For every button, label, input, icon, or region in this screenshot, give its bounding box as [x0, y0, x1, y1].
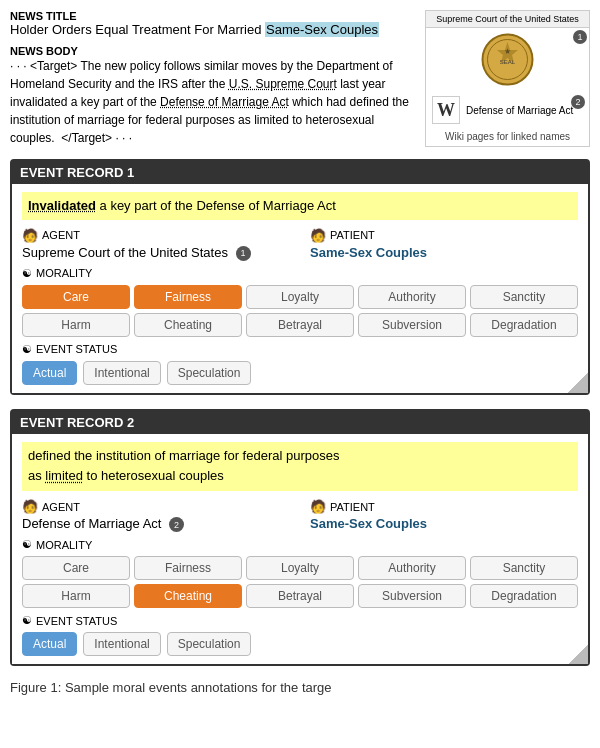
- status-speculation-2[interactable]: Speculation: [167, 632, 252, 656]
- news-supreme-court: U.S. Supreme Court: [229, 77, 337, 91]
- status-intentional-2[interactable]: Intentional: [83, 632, 160, 656]
- agent-patient-row-1: 🧑 AGENT Supreme Court of the United Stat…: [22, 228, 578, 261]
- status-speculation-1[interactable]: Speculation: [167, 361, 252, 385]
- morality-degradation-2[interactable]: Degradation: [470, 584, 578, 608]
- morality-subversion-1[interactable]: Subversion: [358, 313, 466, 337]
- supreme-court-label: Supreme Court of the United States: [436, 14, 579, 24]
- supreme-court-seal-area: 1 ★ SEAL: [426, 28, 589, 93]
- agent-patient-row-2: 🧑 AGENT Defense of Marriage Act 2 🧑 PATI…: [22, 499, 578, 532]
- event-record-1-header: EVENT RECORD 1: [12, 161, 588, 184]
- morality-degradation-1[interactable]: Degradation: [470, 313, 578, 337]
- morality-harm-2[interactable]: Harm: [22, 584, 130, 608]
- agent-icon-2: 🧑: [22, 499, 38, 514]
- status-actual-2[interactable]: Actual: [22, 632, 77, 656]
- morality-label-1: ☯ MORALITY: [22, 267, 578, 280]
- news-title-label: NEWS TITLE: [10, 10, 415, 22]
- event-2-sentence-line1: defined the institution of marriage for …: [28, 448, 339, 463]
- morality-icon-1: ☯: [22, 267, 32, 280]
- morality-label-2: ☯ MORALITY: [22, 538, 578, 551]
- morality-sanctity-2[interactable]: Sanctity: [470, 556, 578, 580]
- fold-corner-1: [568, 373, 588, 393]
- event-record-2-header: EVENT RECORD 2: [12, 411, 588, 434]
- morality-sanctity-1[interactable]: Sanctity: [470, 285, 578, 309]
- event-2-sentence-after: to heterosexual couples: [83, 468, 224, 483]
- agent-section-1: 🧑 AGENT Supreme Court of the United Stat…: [22, 228, 290, 261]
- event-record-2-body: defined the institution of marriage for …: [12, 434, 588, 665]
- morality-cheating-1[interactable]: Cheating: [134, 313, 242, 337]
- wiki-footer: Wiki pages for linked names: [426, 127, 589, 146]
- patient-section-2: 🧑 PATIENT Same-Sex Couples: [310, 499, 578, 532]
- agent-value-2: Defense of Marriage Act 2: [22, 516, 290, 532]
- status-intentional-1[interactable]: Intentional: [83, 361, 160, 385]
- morality-betrayal-2[interactable]: Betrayal: [246, 584, 354, 608]
- fold-corner-2: [568, 644, 588, 664]
- patient-section-1: 🧑 PATIENT Same-Sex Couples: [310, 228, 578, 261]
- patient-label-2: 🧑 PATIENT: [310, 499, 578, 514]
- event-record-1-body: Invalidated a key part of the Defense of…: [12, 184, 588, 393]
- news-body: · · · <Target> The new policy follows si…: [10, 57, 415, 147]
- morality-loyalty-2[interactable]: Loyalty: [246, 556, 354, 580]
- wiki-badge-1: 1: [573, 30, 587, 44]
- news-section: NEWS TITLE Holder Orders Equal Treatment…: [10, 10, 590, 147]
- agent-label-2: 🧑 AGENT: [22, 499, 290, 514]
- defense-act-row: W Defense of Marriage Act 2: [426, 93, 589, 127]
- patient-icon-2: 🧑: [310, 499, 326, 514]
- figure-caption: Figure 1: Sample moral events annotation…: [10, 680, 590, 695]
- status-row-1[interactable]: Actual Intentional Speculation: [22, 361, 578, 385]
- agent-badge-1: 1: [236, 246, 251, 261]
- event-status-label-2: ☯ EVENT STATUS: [22, 614, 578, 627]
- supreme-court-seal-icon: ★ SEAL: [480, 32, 535, 87]
- morality-grid-1-row1[interactable]: Care Fairness Loyalty Authority Sanctity: [22, 285, 578, 309]
- status-icon-1: ☯: [22, 343, 32, 356]
- event-record-1-sentence: Invalidated a key part of the Defense of…: [22, 192, 578, 220]
- status-row-2[interactable]: Actual Intentional Speculation: [22, 632, 578, 656]
- news-title-before: Holder Orders Equal Treatment For Marrie…: [10, 22, 265, 37]
- agent-value-1: Supreme Court of the United States 1: [22, 245, 290, 261]
- patient-value-2: Same-Sex Couples: [310, 516, 578, 531]
- morality-harm-1[interactable]: Harm: [22, 313, 130, 337]
- morality-grid-2-row2[interactable]: Harm Cheating Betrayal Subversion Degrad…: [22, 584, 578, 608]
- wiki-logo: W: [432, 96, 460, 124]
- morality-grid-2-row1[interactable]: Care Fairness Loyalty Authority Sanctity: [22, 556, 578, 580]
- morality-fairness-1[interactable]: Fairness: [134, 285, 242, 309]
- wiki-badge-2: 2: [571, 95, 585, 109]
- patient-label-1: 🧑 PATIENT: [310, 228, 578, 243]
- morality-icon-2: ☯: [22, 538, 32, 551]
- news-title-highlight: Same-Sex Couples: [265, 22, 379, 37]
- event-2-sentence-before: as: [28, 468, 45, 483]
- morality-subversion-2[interactable]: Subversion: [358, 584, 466, 608]
- morality-authority-1[interactable]: Authority: [358, 285, 466, 309]
- event-record-2-sentence: defined the institution of marriage for …: [22, 442, 578, 492]
- supreme-court-header: Supreme Court of the United States: [426, 11, 589, 28]
- defense-act-label: Defense of Marriage Act: [466, 105, 573, 116]
- morality-cheating-2[interactable]: Cheating: [134, 584, 242, 608]
- event-record-1: EVENT RECORD 1 Invalidated a key part of…: [10, 159, 590, 395]
- morality-care-1[interactable]: Care: [22, 285, 130, 309]
- patient-icon-1: 🧑: [310, 228, 326, 243]
- event-2-sentence-underlined: limited: [45, 468, 83, 483]
- morality-fairness-2[interactable]: Fairness: [134, 556, 242, 580]
- morality-loyalty-1[interactable]: Loyalty: [246, 285, 354, 309]
- news-body-label: NEWS BODY: [10, 45, 415, 57]
- patient-value-1: Same-Sex Couples: [310, 245, 578, 260]
- agent-icon-1: 🧑: [22, 228, 38, 243]
- wiki-panel: Supreme Court of the United States 1 ★ S…: [425, 10, 590, 147]
- news-text: NEWS TITLE Holder Orders Equal Treatment…: [10, 10, 415, 147]
- morality-betrayal-1[interactable]: Betrayal: [246, 313, 354, 337]
- agent-section-2: 🧑 AGENT Defense of Marriage Act 2: [22, 499, 290, 532]
- morality-grid-1-row2[interactable]: Harm Cheating Betrayal Subversion Degrad…: [22, 313, 578, 337]
- status-actual-1[interactable]: Actual: [22, 361, 77, 385]
- event-record-2: EVENT RECORD 2 defined the institution o…: [10, 409, 590, 667]
- status-icon-2: ☯: [22, 614, 32, 627]
- morality-care-2[interactable]: Care: [22, 556, 130, 580]
- event-1-sentence-underlined: Invalidated: [28, 198, 96, 213]
- wiki-w-icon: W: [437, 100, 455, 121]
- agent-badge-2: 2: [169, 517, 184, 532]
- event-status-label-1: ☯ EVENT STATUS: [22, 343, 578, 356]
- morality-authority-2[interactable]: Authority: [358, 556, 466, 580]
- agent-label-1: 🧑 AGENT: [22, 228, 290, 243]
- news-defense-act: Defense of Marriage Act: [160, 95, 289, 109]
- news-title: Holder Orders Equal Treatment For Marrie…: [10, 22, 415, 39]
- event-1-sentence-rest: a key part of the Defense of Marriage Ac…: [100, 198, 336, 213]
